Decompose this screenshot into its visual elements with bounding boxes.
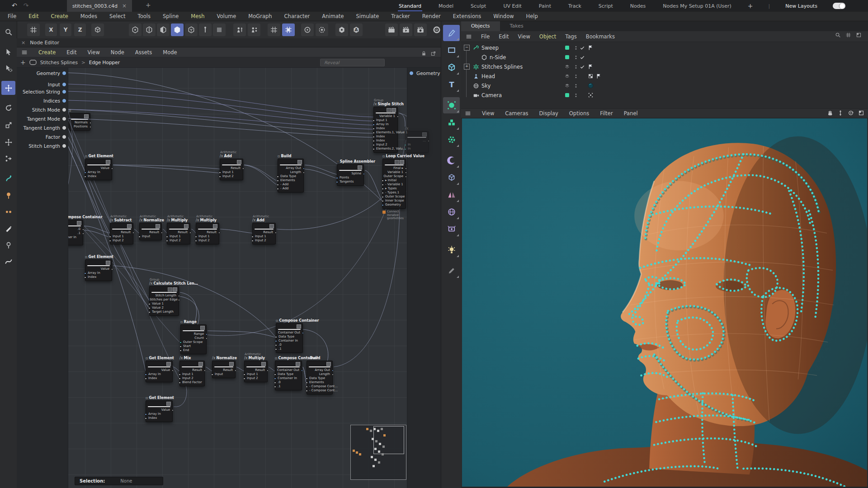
port-dot[interactable]: [382, 204, 384, 206]
port-dot[interactable]: [275, 348, 277, 351]
port-dot[interactable]: [148, 311, 151, 314]
node-input-blend-factor[interactable]: Blend Factor: [180, 380, 204, 385]
port-dot[interactable]: [179, 378, 181, 380]
toolbar-mode-points-icon[interactable]: [129, 23, 142, 36]
port-dot[interactable]: [138, 236, 141, 238]
viewport-menu-options[interactable]: Options: [569, 110, 589, 117]
tag-flag-icon[interactable]: [588, 45, 594, 51]
node-body[interactable]: ValueArray InIndex: [85, 259, 112, 281]
object-row-sweep[interactable]: −Sweep: [461, 43, 868, 52]
layout-tab-paint[interactable]: Paint: [538, 1, 552, 11]
toolbar-mode-texture-icon[interactable]: [213, 23, 226, 36]
port-dot[interactable]: [172, 370, 174, 372]
node-output-result[interactable]: Result: [245, 368, 267, 372]
node-input-input-1[interactable]: Input 1: [110, 235, 133, 239]
output-port-geometry[interactable]: [409, 71, 414, 75]
node-input-add[interactable]: - Add: [278, 183, 303, 187]
node-input-end[interactable]: End: [181, 348, 206, 352]
node-input-points[interactable]: Points: [337, 176, 363, 180]
node-editor-popout-icon[interactable]: [430, 51, 436, 56]
spline-hook-tool-icon[interactable]: [1, 171, 15, 185]
node-body[interactable]: ValueArray InIndex: [85, 159, 112, 180]
menu-extensions[interactable]: Extensions: [453, 13, 481, 19]
projector-icon[interactable]: [443, 221, 460, 237]
port-dot[interactable]: [84, 176, 86, 178]
menu-select[interactable]: Select: [109, 13, 125, 19]
port-dot[interactable]: [267, 370, 269, 372]
port-dot[interactable]: [277, 180, 279, 182]
port-dot[interactable]: [302, 332, 304, 334]
node-body[interactable]: ResultInput 1Input 2: [244, 361, 268, 382]
node-output-value[interactable]: Value: [85, 166, 112, 170]
text-spline-icon[interactable]: T: [443, 76, 460, 93]
toolbar-mode-axis-icon[interactable]: [199, 23, 212, 36]
port-dot[interactable]: [172, 409, 174, 412]
generator-icon[interactable]: [443, 131, 460, 148]
port-dot[interactable]: [179, 382, 181, 384]
layout-tab-model[interactable]: Model: [438, 1, 454, 11]
port-dot[interactable]: [336, 181, 338, 183]
graph-node-loop-carried-value[interactable]: ▫Loop Carried ValueFinal ▸Variable 1Oute…: [382, 150, 406, 209]
port-dot[interactable]: [84, 172, 86, 174]
environment-globe-icon[interactable]: [443, 204, 460, 220]
menu-file[interactable]: File: [8, 13, 16, 19]
graph-node-normalize[interactable]: Arithmetic/xNormalizeResultInput: [139, 215, 162, 240]
port-dot[interactable]: [178, 299, 180, 301]
port-dot[interactable]: [166, 240, 168, 242]
node-body[interactable]: Array OutLengthData TypeElements- Add- A…: [278, 159, 304, 192]
node-editor-menu-view[interactable]: View: [88, 49, 100, 56]
node-output-final[interactable]: Final ▸: [383, 166, 406, 170]
graph-node-calculate-stitch-len[interactable]: Group/xCalculate Stitch Len…Stitch Lengt…: [149, 278, 179, 316]
visibility-dots[interactable]: [573, 64, 579, 70]
port-dot[interactable]: [306, 382, 308, 384]
graph-node-get-element[interactable]: ▫Get ElementValueArray InIndex: [85, 251, 112, 281]
node-input-input[interactable]: Input: [140, 235, 161, 239]
node-body[interactable]: ResultInput: [212, 361, 236, 378]
graph-node-subtract[interactable]: Arithmetic/xSubtractResultInput 1Input 2: [110, 215, 133, 244]
node-input-types[interactable]: ▸ Types: [383, 187, 406, 191]
node-input-array-in[interactable]: Array In: [374, 122, 397, 127]
port-dot[interactable]: [148, 307, 151, 310]
node-body[interactable]: Container OutData TypeContainer In.0.1: [276, 323, 303, 353]
port-dot[interactable]: [373, 140, 375, 142]
port-dot[interactable]: [373, 132, 375, 134]
generator-check-icon[interactable]: [580, 55, 585, 60]
node-editor-close-icon[interactable]: ×: [21, 40, 25, 46]
group-input-input[interactable]: Input: [17, 81, 68, 88]
node-output-variable-1[interactable]: Variable 1: [383, 170, 406, 174]
node-input-input-2[interactable]: Input 2: [196, 239, 219, 243]
node-output-result[interactable]: Result: [196, 230, 219, 235]
port-dot[interactable]: [178, 295, 180, 297]
add-node-button[interactable]: +: [20, 59, 26, 66]
layout-tab-sculpt[interactable]: Sculpt: [470, 1, 487, 11]
object-row-sky[interactable]: Sky: [461, 81, 868, 90]
node-input-value-2[interactable]: Value 2: [150, 306, 179, 310]
rectangle-spline-icon[interactable]: [443, 42, 460, 58]
expand-toggle[interactable]: −: [464, 45, 470, 51]
volume-builder-icon[interactable]: [443, 114, 460, 131]
port-dot[interactable]: [275, 340, 277, 343]
port-dot[interactable]: [332, 374, 334, 376]
object-manager-hamburger-icon[interactable]: [466, 33, 472, 40]
port-dot[interactable]: [218, 232, 221, 234]
menu-create[interactable]: Create: [51, 13, 68, 19]
node-input-input-1[interactable]: Input 1: [374, 118, 397, 122]
object-manager-menu-bookmarks[interactable]: Bookmarks: [586, 33, 615, 40]
tag-flag-icon[interactable]: [596, 73, 602, 79]
node-body[interactable]: ResultInput: [139, 223, 162, 240]
layout-tab-nodes[interactable]: Nodes: [629, 1, 646, 11]
port-dot[interactable]: [275, 232, 277, 234]
node-input-outer-scope[interactable]: Outer Scope: [383, 195, 406, 199]
port-dot[interactable]: [62, 99, 66, 103]
document-tab[interactable]: stitches_0003.c4d ×: [67, 0, 132, 12]
port-dot[interactable]: [148, 303, 151, 305]
node-output-array-out[interactable]: Array Out: [278, 166, 303, 170]
toolbar-axis-x-button[interactable]: X: [45, 23, 57, 36]
node-input-data-type[interactable]: Data Type: [278, 174, 303, 178]
port-dot[interactable]: [373, 148, 375, 150]
port-dot[interactable]: [206, 338, 208, 340]
node-output-result[interactable]: Result: [140, 230, 161, 235]
port-dot[interactable]: [382, 188, 384, 190]
expand-toggle[interactable]: +: [464, 64, 470, 70]
port-dot[interactable]: [303, 168, 305, 170]
